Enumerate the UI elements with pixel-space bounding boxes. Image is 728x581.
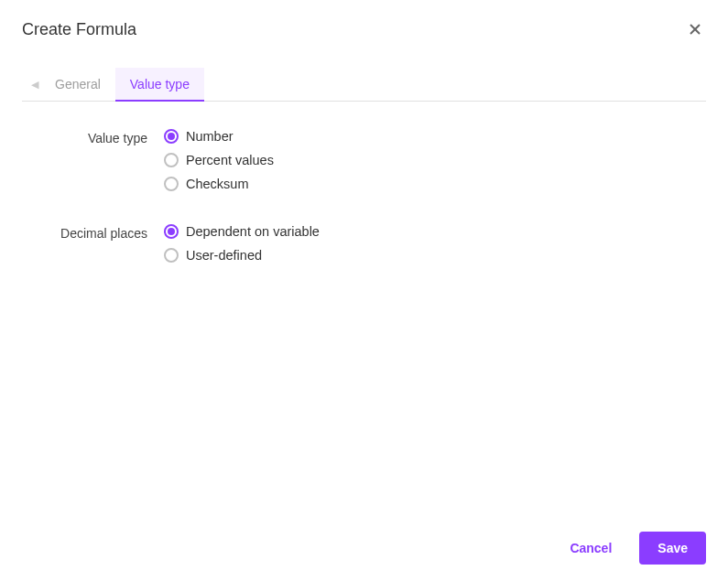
dialog-title: Create Formula (22, 20, 136, 39)
radio-dependent-on-variable[interactable]: Dependent on variable (164, 224, 320, 239)
radio-percent-values[interactable]: Percent values (164, 153, 274, 167)
tabs-container: ◀ General Value type (22, 68, 706, 102)
radio-group-value-type: Number Percent values Checksum (164, 129, 274, 191)
cancel-button[interactable]: Cancel (551, 532, 630, 565)
save-button[interactable]: Save (639, 532, 706, 565)
radio-checksum[interactable]: Checksum (164, 177, 274, 191)
form-body: Value type Number Percent values Checksu… (0, 102, 728, 263)
close-icon (688, 22, 702, 37)
close-button[interactable] (684, 18, 706, 40)
radio-icon (164, 177, 179, 191)
tab-value-type[interactable]: Value type (115, 68, 204, 101)
radio-label: Number (186, 129, 234, 144)
field-decimal-places: Decimal places Dependent on variable Use… (22, 224, 706, 263)
radio-group-decimal-places: Dependent on variable User-defined (164, 224, 320, 263)
radio-label: Percent values (186, 153, 274, 167)
field-label-decimal-places: Decimal places (22, 224, 164, 263)
radio-number[interactable]: Number (164, 129, 274, 144)
field-label-value-type: Value type (22, 129, 164, 191)
radio-label: Dependent on variable (186, 224, 320, 239)
radio-icon (164, 129, 179, 144)
radio-icon (164, 224, 179, 239)
dialog-header: Create Formula (0, 0, 728, 49)
radio-icon (164, 153, 179, 167)
radio-label: Checksum (186, 177, 249, 191)
radio-user-defined[interactable]: User-defined (164, 248, 320, 263)
dialog-footer: Cancel Save (0, 515, 728, 581)
tab-scroll-left-icon: ◀ (29, 79, 40, 91)
radio-icon (164, 248, 179, 263)
radio-label: User-defined (186, 248, 262, 263)
field-value-type: Value type Number Percent values Checksu… (22, 129, 706, 191)
tab-general[interactable]: General (40, 68, 115, 101)
